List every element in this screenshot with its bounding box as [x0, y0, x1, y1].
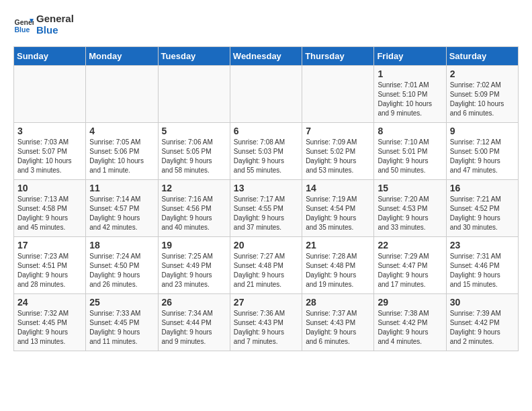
day-cell: 29Sunrise: 7:38 AM Sunset: 4:42 PM Dayli… — [374, 294, 446, 351]
day-cell: 7Sunrise: 7:09 AM Sunset: 5:02 PM Daylig… — [302, 123, 374, 180]
week-row-3: 10Sunrise: 7:13 AM Sunset: 4:58 PM Dayli… — [14, 180, 519, 237]
day-cell: 17Sunrise: 7:23 AM Sunset: 4:51 PM Dayli… — [14, 237, 86, 294]
day-cell: 9Sunrise: 7:12 AM Sunset: 5:00 PM Daylig… — [446, 123, 518, 180]
day-info: Sunrise: 7:36 AM Sunset: 4:43 PM Dayligh… — [234, 309, 298, 347]
weekday-header-friday: Friday — [374, 47, 446, 66]
day-cell: 16Sunrise: 7:21 AM Sunset: 4:52 PM Dayli… — [446, 180, 518, 237]
day-cell: 21Sunrise: 7:28 AM Sunset: 4:48 PM Dayli… — [302, 237, 374, 294]
logo-icon: General Blue — [13, 15, 34, 35]
logo-blue: Blue — [36, 25, 74, 36]
weekday-header-monday: Monday — [86, 47, 158, 66]
logo: General Blue General Blue — [13, 13, 74, 36]
day-info: Sunrise: 7:33 AM Sunset: 4:45 PM Dayligh… — [89, 309, 154, 347]
day-number: 5 — [162, 126, 226, 136]
day-info: Sunrise: 7:10 AM Sunset: 5:01 PM Dayligh… — [378, 138, 442, 175]
day-cell: 14Sunrise: 7:19 AM Sunset: 4:54 PM Dayli… — [302, 180, 374, 237]
day-number: 15 — [378, 183, 442, 193]
day-cell — [14, 66, 86, 123]
weekday-header-wednesday: Wednesday — [230, 47, 302, 66]
day-info: Sunrise: 7:16 AM Sunset: 4:56 PM Dayligh… — [162, 195, 226, 232]
week-row-5: 24Sunrise: 7:32 AM Sunset: 4:45 PM Dayli… — [14, 294, 519, 351]
day-cell: 13Sunrise: 7:17 AM Sunset: 4:55 PM Dayli… — [230, 180, 302, 237]
day-number: 13 — [234, 183, 298, 193]
day-info: Sunrise: 7:29 AM Sunset: 4:47 PM Dayligh… — [378, 252, 442, 289]
day-info: Sunrise: 7:34 AM Sunset: 4:44 PM Dayligh… — [162, 309, 226, 347]
day-cell: 2Sunrise: 7:02 AM Sunset: 5:09 PM Daylig… — [446, 66, 518, 123]
day-cell: 24Sunrise: 7:32 AM Sunset: 4:45 PM Dayli… — [14, 294, 86, 351]
day-cell: 15Sunrise: 7:20 AM Sunset: 4:53 PM Dayli… — [374, 180, 446, 237]
day-cell: 6Sunrise: 7:08 AM Sunset: 5:03 PM Daylig… — [230, 123, 302, 180]
weekday-header-row: SundayMondayTuesdayWednesdayThursdayFrid… — [14, 47, 519, 66]
day-cell: 27Sunrise: 7:36 AM Sunset: 4:43 PM Dayli… — [230, 294, 302, 351]
day-number: 17 — [17, 240, 82, 250]
day-info: Sunrise: 7:25 AM Sunset: 4:49 PM Dayligh… — [162, 252, 226, 289]
day-info: Sunrise: 7:37 AM Sunset: 4:43 PM Dayligh… — [306, 309, 370, 347]
day-number: 22 — [378, 240, 442, 250]
day-number: 28 — [306, 297, 370, 308]
day-number: 14 — [306, 183, 370, 193]
day-info: Sunrise: 7:27 AM Sunset: 4:48 PM Dayligh… — [234, 252, 298, 289]
day-number: 26 — [162, 297, 226, 308]
svg-text:Blue: Blue — [15, 25, 30, 33]
day-info: Sunrise: 7:01 AM Sunset: 5:10 PM Dayligh… — [378, 81, 442, 118]
day-info: Sunrise: 7:06 AM Sunset: 5:05 PM Dayligh… — [162, 138, 226, 175]
day-cell: 5Sunrise: 7:06 AM Sunset: 5:05 PM Daylig… — [158, 123, 230, 180]
calendar-table: SundayMondayTuesdayWednesdayThursdayFrid… — [13, 46, 519, 351]
day-cell: 22Sunrise: 7:29 AM Sunset: 4:47 PM Dayli… — [374, 237, 446, 294]
day-number: 29 — [378, 297, 442, 308]
day-number: 11 — [89, 183, 154, 193]
day-info: Sunrise: 7:21 AM Sunset: 4:52 PM Dayligh… — [450, 195, 515, 232]
day-cell: 8Sunrise: 7:10 AM Sunset: 5:01 PM Daylig… — [374, 123, 446, 180]
day-cell: 4Sunrise: 7:05 AM Sunset: 5:06 PM Daylig… — [86, 123, 158, 180]
day-number: 3 — [17, 126, 82, 136]
day-number: 16 — [450, 183, 515, 193]
day-number: 8 — [378, 126, 442, 136]
day-info: Sunrise: 7:14 AM Sunset: 4:57 PM Dayligh… — [89, 195, 154, 232]
weekday-header-tuesday: Tuesday — [158, 47, 230, 66]
day-info: Sunrise: 7:38 AM Sunset: 4:42 PM Dayligh… — [378, 309, 442, 347]
day-cell: 19Sunrise: 7:25 AM Sunset: 4:49 PM Dayli… — [158, 237, 230, 294]
day-info: Sunrise: 7:02 AM Sunset: 5:09 PM Dayligh… — [450, 81, 515, 118]
day-number: 10 — [17, 183, 82, 193]
day-number: 19 — [162, 240, 226, 250]
day-info: Sunrise: 7:13 AM Sunset: 4:58 PM Dayligh… — [17, 195, 82, 232]
day-info: Sunrise: 7:19 AM Sunset: 4:54 PM Dayligh… — [306, 195, 370, 232]
weekday-header-sunday: Sunday — [14, 47, 86, 66]
day-number: 7 — [306, 126, 370, 136]
day-cell: 10Sunrise: 7:13 AM Sunset: 4:58 PM Dayli… — [14, 180, 86, 237]
day-number: 9 — [450, 126, 515, 136]
day-cell: 12Sunrise: 7:16 AM Sunset: 4:56 PM Dayli… — [158, 180, 230, 237]
day-number: 25 — [89, 297, 154, 308]
day-number: 30 — [450, 297, 515, 308]
day-cell: 18Sunrise: 7:24 AM Sunset: 4:50 PM Dayli… — [86, 237, 158, 294]
day-cell: 11Sunrise: 7:14 AM Sunset: 4:57 PM Dayli… — [86, 180, 158, 237]
day-cell — [302, 66, 374, 123]
day-number: 12 — [162, 183, 226, 193]
day-info: Sunrise: 7:17 AM Sunset: 4:55 PM Dayligh… — [234, 195, 298, 232]
day-cell: 30Sunrise: 7:39 AM Sunset: 4:42 PM Dayli… — [446, 294, 518, 351]
day-info: Sunrise: 7:12 AM Sunset: 5:00 PM Dayligh… — [450, 138, 515, 175]
day-info: Sunrise: 7:08 AM Sunset: 5:03 PM Dayligh… — [234, 138, 298, 175]
day-cell — [86, 66, 158, 123]
day-info: Sunrise: 7:09 AM Sunset: 5:02 PM Dayligh… — [306, 138, 370, 175]
day-number: 4 — [89, 126, 154, 136]
day-cell: 26Sunrise: 7:34 AM Sunset: 4:44 PM Dayli… — [158, 294, 230, 351]
week-row-2: 3Sunrise: 7:03 AM Sunset: 5:07 PM Daylig… — [14, 123, 519, 180]
day-number: 18 — [89, 240, 154, 250]
day-cell — [230, 66, 302, 123]
weekday-header-thursday: Thursday — [302, 47, 374, 66]
day-number: 2 — [450, 68, 515, 79]
day-info: Sunrise: 7:39 AM Sunset: 4:42 PM Dayligh… — [450, 309, 515, 347]
day-info: Sunrise: 7:32 AM Sunset: 4:45 PM Dayligh… — [17, 309, 82, 347]
day-number: 1 — [378, 68, 442, 79]
day-cell: 1Sunrise: 7:01 AM Sunset: 5:10 PM Daylig… — [374, 66, 446, 123]
day-cell: 3Sunrise: 7:03 AM Sunset: 5:07 PM Daylig… — [14, 123, 86, 180]
day-info: Sunrise: 7:28 AM Sunset: 4:48 PM Dayligh… — [306, 252, 370, 289]
day-number: 21 — [306, 240, 370, 250]
day-number: 23 — [450, 240, 515, 250]
day-info: Sunrise: 7:24 AM Sunset: 4:50 PM Dayligh… — [89, 252, 154, 289]
day-info: Sunrise: 7:23 AM Sunset: 4:51 PM Dayligh… — [17, 252, 82, 289]
day-cell — [158, 66, 230, 123]
weekday-header-saturday: Saturday — [446, 47, 518, 66]
day-cell: 25Sunrise: 7:33 AM Sunset: 4:45 PM Dayli… — [86, 294, 158, 351]
